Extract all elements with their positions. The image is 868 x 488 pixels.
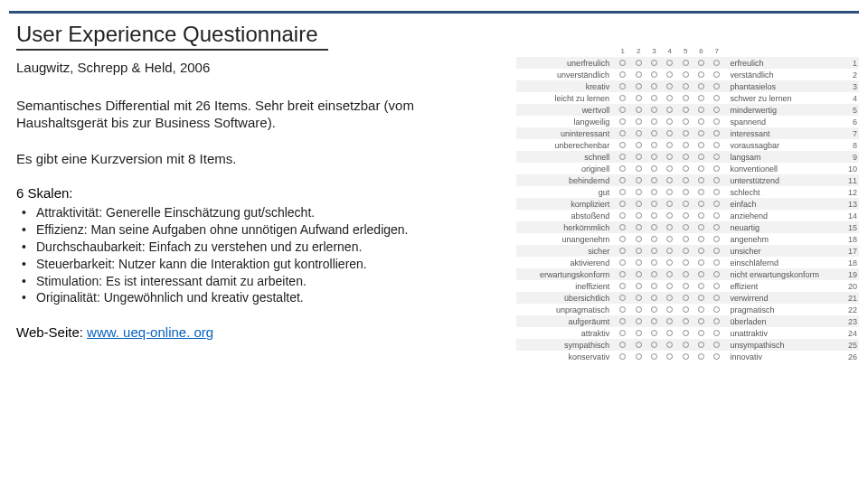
radio-cell[interactable] <box>646 351 662 362</box>
radio-cell[interactable] <box>630 104 646 116</box>
radio-cell[interactable] <box>709 163 724 174</box>
radio-cell[interactable] <box>615 315 630 327</box>
radio-cell[interactable] <box>677 163 693 174</box>
radio-cell[interactable] <box>677 257 693 268</box>
radio-cell[interactable] <box>709 292 724 304</box>
radio-cell[interactable] <box>709 315 724 327</box>
radio-cell[interactable] <box>677 339 693 351</box>
radio-cell[interactable] <box>615 116 630 127</box>
radio-cell[interactable] <box>693 304 709 315</box>
radio-cell[interactable] <box>630 210 646 221</box>
radio-cell[interactable] <box>709 233 724 245</box>
radio-cell[interactable] <box>677 280 693 292</box>
radio-cell[interactable] <box>646 163 662 174</box>
radio-cell[interactable] <box>646 116 662 127</box>
radio-cell[interactable] <box>677 186 693 198</box>
radio-cell[interactable] <box>693 127 709 139</box>
radio-cell[interactable] <box>693 315 709 327</box>
radio-cell[interactable] <box>646 221 662 233</box>
radio-cell[interactable] <box>646 210 662 221</box>
radio-cell[interactable] <box>693 80 709 92</box>
radio-cell[interactable] <box>693 280 709 292</box>
radio-cell[interactable] <box>630 174 646 186</box>
radio-cell[interactable] <box>709 127 724 139</box>
radio-cell[interactable] <box>662 327 677 339</box>
radio-cell[interactable] <box>630 292 646 304</box>
radio-cell[interactable] <box>615 174 630 186</box>
radio-cell[interactable] <box>630 186 646 198</box>
radio-cell[interactable] <box>709 257 724 268</box>
radio-cell[interactable] <box>709 69 724 80</box>
radio-cell[interactable] <box>646 174 662 186</box>
radio-cell[interactable] <box>630 327 646 339</box>
radio-cell[interactable] <box>693 245 709 257</box>
radio-cell[interactable] <box>615 69 630 80</box>
radio-cell[interactable] <box>709 268 724 280</box>
radio-cell[interactable] <box>646 339 662 351</box>
radio-cell[interactable] <box>646 139 662 151</box>
radio-cell[interactable] <box>630 245 646 257</box>
radio-cell[interactable] <box>677 92 693 104</box>
radio-cell[interactable] <box>709 210 724 221</box>
radio-cell[interactable] <box>677 69 693 80</box>
radio-cell[interactable] <box>646 268 662 280</box>
radio-cell[interactable] <box>662 304 677 315</box>
radio-cell[interactable] <box>709 151 724 163</box>
radio-cell[interactable] <box>646 315 662 327</box>
radio-cell[interactable] <box>615 327 630 339</box>
radio-cell[interactable] <box>662 186 677 198</box>
radio-cell[interactable] <box>662 210 677 221</box>
radio-cell[interactable] <box>646 292 662 304</box>
radio-cell[interactable] <box>693 151 709 163</box>
radio-cell[interactable] <box>615 92 630 104</box>
radio-cell[interactable] <box>677 198 693 210</box>
radio-cell[interactable] <box>630 139 646 151</box>
radio-cell[interactable] <box>630 69 646 80</box>
radio-cell[interactable] <box>646 327 662 339</box>
radio-cell[interactable] <box>677 327 693 339</box>
radio-cell[interactable] <box>662 92 677 104</box>
radio-cell[interactable] <box>630 163 646 174</box>
radio-cell[interactable] <box>646 69 662 80</box>
radio-cell[interactable] <box>677 304 693 315</box>
radio-cell[interactable] <box>662 268 677 280</box>
radio-cell[interactable] <box>709 80 724 92</box>
radio-cell[interactable] <box>693 327 709 339</box>
radio-cell[interactable] <box>693 351 709 362</box>
radio-cell[interactable] <box>693 104 709 116</box>
radio-cell[interactable] <box>630 92 646 104</box>
radio-cell[interactable] <box>662 151 677 163</box>
radio-cell[interactable] <box>693 174 709 186</box>
radio-cell[interactable] <box>662 69 677 80</box>
radio-cell[interactable] <box>630 257 646 268</box>
radio-cell[interactable] <box>677 233 693 245</box>
radio-cell[interactable] <box>709 351 724 362</box>
radio-cell[interactable] <box>709 139 724 151</box>
radio-cell[interactable] <box>677 104 693 116</box>
radio-cell[interactable] <box>630 80 646 92</box>
radio-cell[interactable] <box>677 139 693 151</box>
radio-cell[interactable] <box>709 221 724 233</box>
radio-cell[interactable] <box>662 116 677 127</box>
radio-cell[interactable] <box>630 57 646 69</box>
radio-cell[interactable] <box>662 351 677 362</box>
radio-cell[interactable] <box>662 80 677 92</box>
radio-cell[interactable] <box>693 139 709 151</box>
radio-cell[interactable] <box>646 92 662 104</box>
radio-cell[interactable] <box>662 57 677 69</box>
radio-cell[interactable] <box>615 163 630 174</box>
radio-cell[interactable] <box>630 151 646 163</box>
radio-cell[interactable] <box>615 139 630 151</box>
radio-cell[interactable] <box>646 233 662 245</box>
radio-cell[interactable] <box>693 339 709 351</box>
radio-cell[interactable] <box>677 210 693 221</box>
radio-cell[interactable] <box>693 186 709 198</box>
radio-cell[interactable] <box>630 351 646 362</box>
radio-cell[interactable] <box>693 292 709 304</box>
radio-cell[interactable] <box>693 92 709 104</box>
radio-cell[interactable] <box>693 268 709 280</box>
radio-cell[interactable] <box>646 80 662 92</box>
radio-cell[interactable] <box>677 127 693 139</box>
radio-cell[interactable] <box>646 127 662 139</box>
radio-cell[interactable] <box>615 127 630 139</box>
